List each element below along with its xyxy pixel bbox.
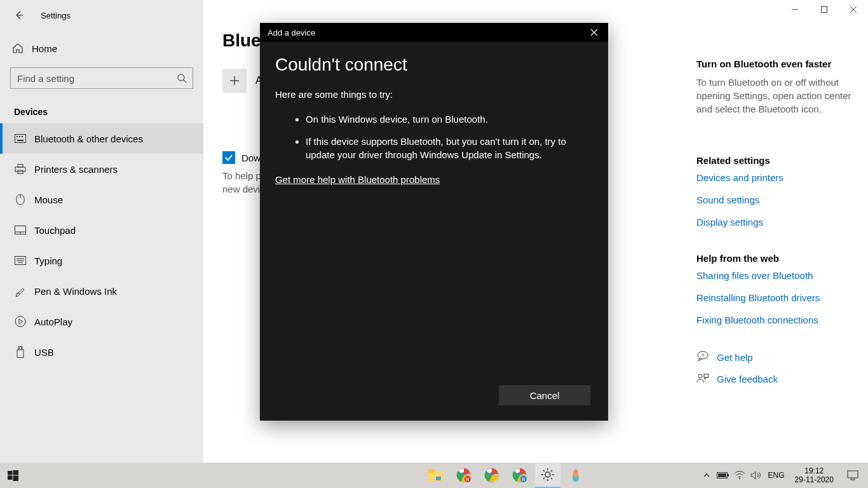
sidebar-item-usb[interactable]: USB [0, 337, 203, 367]
get-help-action[interactable]: ? Get help [696, 351, 855, 363]
typing-icon [14, 254, 27, 267]
home-nav[interactable]: Home [0, 36, 203, 61]
dialog-suggestion-item: On this Windows device, turn on Bluetoot… [306, 112, 593, 126]
svg-rect-42 [428, 469, 435, 473]
dialog-title: Add a device [268, 28, 315, 37]
pen-icon [14, 285, 27, 297]
svg-rect-39 [8, 475, 13, 480]
sidebar-item-label: Typing [34, 255, 62, 266]
tray-wifi[interactable] [731, 463, 748, 488]
home-icon [11, 42, 24, 55]
svg-rect-40 [13, 475, 18, 481]
window-title: Settings [41, 11, 71, 20]
svg-text:R: R [466, 477, 470, 482]
autoplay-icon [14, 315, 27, 328]
svg-line-6 [184, 80, 186, 83]
folder-icon [428, 469, 444, 482]
plus-icon [222, 69, 247, 93]
metered-checkbox[interactable] [222, 151, 235, 164]
sidebar-item-label: Printers & scanners [34, 164, 118, 175]
svg-rect-37 [8, 471, 13, 475]
chrome-icon [484, 468, 499, 483]
get-help-label: Get help [717, 352, 753, 363]
svg-rect-67 [848, 471, 858, 478]
link-reinstall-drivers[interactable]: Reinstalling Bluetooth drivers [696, 292, 855, 303]
link-fixing-bluetooth[interactable]: Fixing Bluetooth connections [696, 315, 855, 325]
taskbar-paint3d[interactable] [563, 463, 588, 488]
tray-overflow[interactable] [698, 463, 715, 488]
svg-rect-13 [18, 165, 23, 168]
sidebar-item-label: Pen & Windows Ink [34, 286, 117, 297]
svg-rect-25 [18, 347, 22, 350]
tray-time: 19:12 [795, 466, 834, 475]
link-devices-printers[interactable]: Devices and printers [696, 172, 855, 183]
rp-text: To turn Bluetooth on or off without open… [696, 76, 855, 116]
dialog-heading: Couldn't connect [275, 55, 593, 75]
svg-rect-14 [18, 170, 23, 174]
sidebar-item-touchpad[interactable]: Touchpad [0, 215, 203, 245]
rp-heading-webhelp: Help from the web [696, 253, 855, 264]
svg-text:R: R [522, 477, 526, 482]
link-sound-settings[interactable]: Sound settings [696, 194, 855, 205]
section-heading: Devices [14, 107, 203, 117]
link-sharing-bluetooth[interactable]: Sharing files over Bluetooth [696, 270, 855, 281]
svg-point-33 [698, 374, 702, 378]
tray-battery[interactable] [715, 463, 731, 488]
svg-rect-64 [728, 474, 729, 477]
search-input[interactable] [10, 67, 193, 89]
printer-icon [14, 163, 27, 175]
sidebar-item-printers[interactable]: Printers & scanners [0, 154, 203, 184]
svg-rect-34 [704, 374, 709, 377]
sidebar-item-bluetooth[interactable]: Bluetooth & other devices [0, 123, 203, 154]
right-panel: Turn on Bluetooth even faster To turn Bl… [696, 58, 855, 394]
home-label: Home [32, 43, 57, 54]
sidebar-item-pen[interactable]: Pen & Windows Ink [0, 276, 203, 306]
battery-icon [717, 471, 729, 479]
volume-icon [750, 471, 762, 480]
svg-rect-38 [13, 470, 18, 475]
dialog-subtext: Here are some things to try: [275, 89, 593, 100]
sidebar-item-label: Mouse [34, 194, 63, 205]
chrome-icon: R [456, 468, 471, 483]
svg-point-54 [545, 472, 550, 477]
gear-icon [541, 468, 555, 482]
arrow-left-icon [14, 10, 24, 20]
help-icon: ? [696, 351, 709, 363]
taskbar-settings[interactable] [535, 463, 560, 488]
dialog-help-link[interactable]: Get more help with Bluetooth problems [275, 174, 440, 185]
wifi-icon [734, 471, 745, 480]
svg-line-62 [551, 470, 552, 471]
sidebar-item-mouse[interactable]: Mouse [0, 184, 203, 215]
cancel-button[interactable]: Cancel [499, 385, 590, 405]
tray-clock[interactable]: 19:12 29-11-2020 [789, 466, 840, 485]
taskbar-file-explorer[interactable] [423, 463, 449, 488]
start-button[interactable] [0, 463, 25, 488]
taskbar-chrome-2[interactable] [479, 463, 505, 488]
svg-line-60 [551, 478, 552, 479]
back-button[interactable] [11, 8, 27, 23]
link-display-settings[interactable]: Display settings [696, 217, 855, 227]
dialog-close-button[interactable] [588, 26, 600, 39]
taskbar: R R ENG 19:12 29-11-2020 [0, 463, 868, 488]
tray-language[interactable]: ENG [764, 471, 789, 480]
taskbar-chrome-1[interactable]: R [451, 463, 477, 488]
svg-rect-9 [19, 136, 20, 137]
svg-rect-7 [15, 135, 26, 143]
taskbar-chrome-3[interactable]: R [507, 463, 532, 488]
action-center-button[interactable] [840, 463, 865, 488]
dialog-titlebar: Add a device [260, 23, 608, 42]
chevron-up-icon [703, 471, 710, 479]
rp-heading-related: Related settings [696, 155, 855, 166]
tray-date: 29-11-2020 [795, 475, 834, 484]
give-feedback-action[interactable]: Give feedback [696, 372, 855, 385]
sidebar-item-typing[interactable]: Typing [0, 245, 203, 276]
svg-rect-10 [22, 136, 23, 137]
svg-point-66 [739, 478, 740, 479]
touchpad-icon [14, 224, 27, 236]
sidebar-item-autoplay[interactable]: AutoPlay [0, 306, 203, 337]
svg-rect-65 [718, 473, 726, 477]
notification-icon [847, 470, 858, 480]
tray-volume[interactable] [748, 463, 764, 488]
paint-icon [569, 468, 583, 483]
windows-icon [8, 470, 18, 481]
